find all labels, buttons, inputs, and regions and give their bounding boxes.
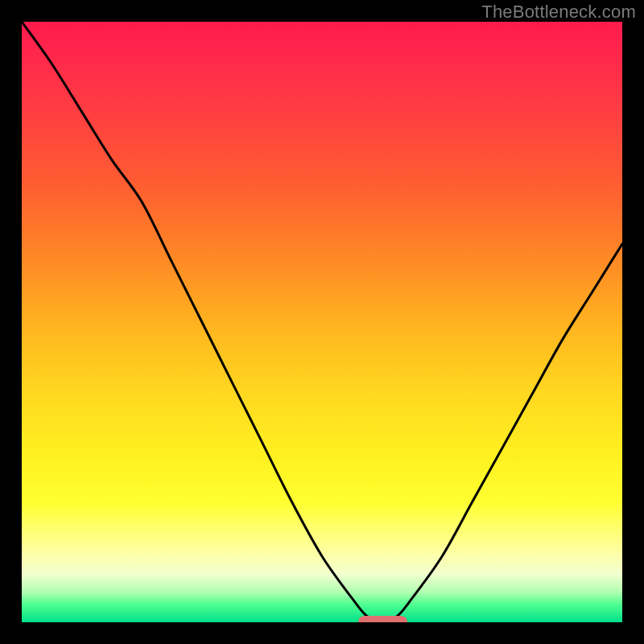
optimal-range-marker [358, 616, 407, 622]
bottleneck-curve [22, 22, 622, 622]
chart-frame: TheBottleneck.com [0, 0, 644, 644]
watermark-text: TheBottleneck.com [481, 2, 636, 23]
plot-area [22, 22, 622, 622]
